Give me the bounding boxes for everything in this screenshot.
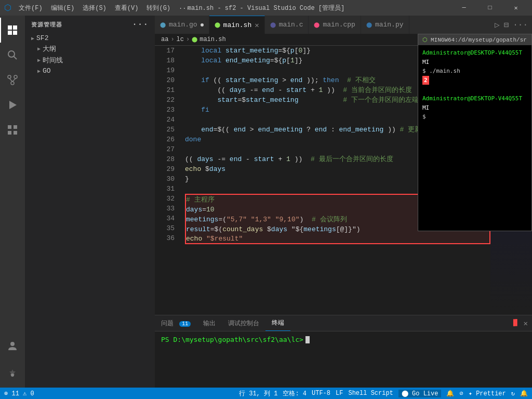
line-num-18: 18: [155, 56, 181, 65]
breadcrumb-main-sh[interactable]: main.sh: [200, 36, 225, 43]
menu-goto[interactable]: 转到(G): [143, 3, 174, 14]
activity-run[interactable]: [0, 92, 25, 117]
sidebar: 资源管理器 ··· ▶ SF2 ▶ 大纲 ▶ 时间线 ▶ GO: [25, 16, 155, 388]
notify-icon: 🔔: [520, 390, 528, 397]
panel-tabs: 问题 11 输出 调试控制台 终端 ▐▌ ✕: [155, 315, 532, 331]
tab-main-c[interactable]: ⬤ main.c: [265, 16, 309, 34]
term-line-6: $: [422, 112, 527, 122]
activity-search[interactable]: [0, 43, 25, 68]
tab-label: main.cpp: [323, 21, 355, 29]
error-circle-icon: ⊘: [459, 390, 463, 397]
status-go-live[interactable]: ⬤ Go Live: [398, 390, 442, 397]
svg-line-5: [14, 57, 17, 60]
tab-close-button[interactable]: ✕: [255, 21, 259, 30]
term-line-2: $ ./main.sh: [422, 66, 527, 76]
arrow-icon: ▶: [31, 35, 34, 42]
problem-count-badge: 11: [179, 321, 191, 327]
tab-label: main.c: [279, 21, 303, 29]
line-num-19: 19: [155, 65, 181, 75]
tab-icon-sh: ⬤: [215, 22, 220, 28]
split-editor-button[interactable]: ⊟: [504, 20, 509, 30]
term-line-1: Administrator@DESKTOP-V44Q55T MI: [422, 48, 527, 66]
status-bell[interactable]: 🔔: [446, 390, 454, 397]
term-user: Administrator@DESKTOP-V44Q55T: [422, 49, 522, 56]
breadcrumb-aa[interactable]: aa: [161, 36, 168, 43]
sidebar-header: 资源管理器 ···: [25, 16, 155, 33]
activity-extensions[interactable]: [0, 117, 25, 142]
status-line-ending[interactable]: LF: [336, 390, 343, 397]
sidebar-item-timeline[interactable]: ▶ 时间线: [25, 55, 155, 66]
warning-icon: ⚠: [23, 390, 26, 397]
line-num-30: 30: [155, 174, 181, 184]
status-bar: ⊗ 11 ⚠ 0 行 31, 列 1 空格: 4 UTF-8 LF Shell …: [0, 388, 532, 399]
status-language[interactable]: Shell Script: [348, 390, 393, 397]
panel-tab-debug[interactable]: 调试控制台: [222, 316, 265, 331]
line-col-label: 行 31, 列 1: [239, 390, 277, 397]
panel-tab-problems[interactable]: 问题 11: [155, 316, 197, 331]
minimize-button[interactable]: ─: [452, 0, 476, 16]
status-encoding[interactable]: UTF-8: [312, 390, 330, 397]
maximize-button[interactable]: □: [478, 0, 502, 16]
svg-point-7: [14, 75, 17, 78]
terminal-label: 终端: [272, 320, 284, 327]
menu-view[interactable]: 查看(V): [112, 3, 142, 14]
line-num-28: 28: [155, 154, 181, 164]
term-line-5: Administrator@DESKTOP-V44Q55T MI: [422, 94, 527, 112]
tab-main-go[interactable]: ⬤ main.go: [155, 16, 209, 34]
line-num-23: 23: [155, 105, 181, 115]
activity-scm[interactable]: [0, 68, 25, 92]
language-label: Shell Script: [348, 390, 393, 397]
status-line-col[interactable]: 行 31, 列 1: [239, 389, 277, 398]
error-icon: ⊗: [4, 390, 8, 397]
tab-icon-py: ⬤: [366, 22, 372, 28]
sidebar-item-label: SF2: [36, 34, 48, 42]
line-num-17: 17: [155, 46, 181, 56]
sidebar-more-button[interactable]: ···: [132, 20, 149, 29]
more-actions-button[interactable]: ···: [513, 20, 528, 30]
line-num-27: 27: [155, 144, 181, 154]
sidebar-item-sf2[interactable]: ▶ SF2: [25, 33, 155, 43]
breadcrumb-lc[interactable]: lc: [177, 36, 184, 43]
status-prettier[interactable]: ✦ Prettier: [469, 390, 506, 397]
close-button[interactable]: ✕: [504, 0, 528, 16]
panel-tab-terminal[interactable]: 终端: [265, 315, 290, 331]
terminal-overlay: ⬡ MINGW64:/d/mysetup/gopath/sr Administr…: [418, 34, 532, 231]
sidebar-item-outline[interactable]: ▶ 大纲: [25, 43, 155, 55]
terminal-overlay-header: ⬡ MINGW64:/d/mysetup/gopath/sr: [418, 34, 531, 45]
svg-rect-14: [8, 131, 11, 135]
panel-tab-output[interactable]: 输出: [197, 316, 222, 331]
term-prompt: $: [422, 113, 426, 120]
tab-main-sh[interactable]: ⬤ main.sh ✕: [209, 16, 265, 34]
status-spaces[interactable]: 空格: 4: [283, 389, 307, 398]
menu-select[interactable]: 选择(S): [79, 3, 110, 14]
sync-icon: ↻: [511, 390, 515, 397]
breadcrumb-sh-icon: ⬤: [192, 36, 197, 43]
status-sync[interactable]: ↻: [511, 390, 515, 397]
menu-edit[interactable]: 编辑(E): [48, 3, 78, 14]
tabs-bar: ⬤ main.go ⬤ main.sh ✕ ⬤ main.c ⬤ main.cp…: [155, 16, 532, 34]
line-num-31: 31: [155, 184, 181, 194]
tab-main-cpp[interactable]: ⬤ main.cpp: [309, 16, 361, 34]
panel-content: PS D:\mysetup\gopath\src\sf2\aa\lc>: [155, 331, 532, 383]
status-notify[interactable]: 🔔: [520, 390, 528, 397]
menu-file[interactable]: 文件(F): [16, 3, 46, 14]
svg-point-16: [10, 342, 15, 346]
tab-main-py[interactable]: ⬤ main.py: [361, 16, 409, 34]
line-num-25: 25: [155, 125, 181, 135]
activity-settings[interactable]: [0, 363, 25, 388]
tab-icon-c: ⬤: [270, 22, 276, 28]
terminal-line-1: PS D:\mysetup\gopath\src\sf2\aa\lc>: [161, 336, 526, 343]
svg-rect-15: [14, 131, 17, 135]
sidebar-item-go[interactable]: ▶ GO: [25, 66, 155, 76]
term-dir: MI: [422, 59, 429, 65]
status-errors[interactable]: ⊗ 11 ⚠ 0: [4, 390, 34, 397]
line-num-36: 36: [155, 233, 181, 243]
line-num-35: 35: [155, 223, 181, 233]
activity-accounts[interactable]: [0, 334, 25, 358]
activity-explorer[interactable]: [0, 18, 25, 43]
go-live-icon: ⬤: [402, 390, 412, 397]
panel-close-button[interactable]: ✕: [524, 319, 528, 328]
terminal-overlay-content: Administrator@DESKTOP-V44Q55T MI $ ./mai…: [418, 45, 531, 149]
line-num-21: 21: [155, 85, 181, 95]
run-button[interactable]: ▷: [495, 20, 500, 30]
